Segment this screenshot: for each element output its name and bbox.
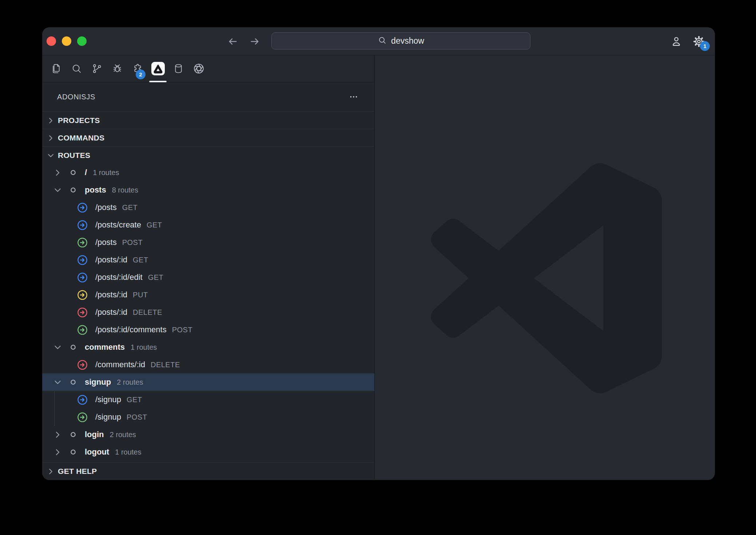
activity-extensions-button[interactable]: 2 — [127, 55, 148, 82]
chevron-right-icon — [53, 430, 62, 439]
route-method: POST — [172, 326, 192, 334]
route-path: /posts/:id/comments — [95, 325, 167, 334]
route-item[interactable]: /posts/:id/edit GET — [42, 269, 374, 286]
get-route-icon — [77, 395, 88, 405]
put-route-icon — [77, 290, 88, 300]
chevron-right-icon — [47, 467, 55, 475]
delete-route-icon — [77, 360, 88, 370]
route-item[interactable]: /posts POST — [42, 234, 374, 251]
database-icon — [173, 63, 184, 74]
get-route-icon — [77, 202, 88, 213]
section-label: GET HELP — [58, 467, 97, 476]
route-path: /comments/:id — [95, 360, 145, 369]
get-route-icon — [77, 220, 88, 230]
activity-openai-button[interactable] — [188, 55, 209, 82]
section-commands[interactable]: COMMANDS — [42, 129, 374, 146]
adonisjs-icon — [151, 62, 165, 75]
route-item[interactable]: /posts/:id DELETE — [42, 304, 374, 321]
route-group-icon — [70, 431, 76, 438]
section-routes[interactable]: ROUTES — [42, 146, 374, 164]
route-item[interactable]: /posts/create GET — [42, 216, 374, 234]
search-icon — [71, 63, 82, 74]
close-window-button[interactable] — [47, 36, 56, 46]
traffic-lights — [47, 36, 87, 46]
group-count: 8 routes — [112, 186, 138, 194]
route-path: /posts/:id — [95, 255, 127, 265]
group-count: 1 routes — [93, 169, 119, 177]
activity-adonisjs-button[interactable] — [148, 55, 168, 82]
minimize-window-button[interactable] — [62, 36, 71, 46]
route-path: /posts/create — [95, 220, 141, 230]
maximize-window-button[interactable] — [77, 36, 87, 46]
route-group-icon — [70, 449, 76, 455]
activity-database-button[interactable] — [168, 55, 188, 82]
extensions-badge: 2 — [136, 70, 146, 79]
get-route-icon — [77, 272, 88, 283]
route-path: /posts/:id — [95, 290, 127, 300]
bug-icon — [112, 63, 123, 74]
group-name: posts — [85, 185, 106, 195]
navigate-back-icon[interactable] — [227, 36, 239, 47]
settings-button[interactable]: 1 — [692, 34, 706, 49]
route-path: /posts/:id — [95, 308, 127, 317]
route-item[interactable]: /signup GET — [42, 391, 374, 408]
account-button[interactable] — [669, 34, 684, 49]
activity-source-control-button[interactable] — [87, 55, 107, 82]
sidebar-header: ADONISJS — [42, 82, 374, 111]
chevron-right-icon — [47, 134, 55, 142]
sidebar: 2 — [42, 55, 375, 480]
settings-badge: 1 — [700, 41, 710, 51]
route-item[interactable]: /signup POST — [42, 408, 374, 426]
openai-icon — [193, 63, 204, 74]
route-item[interactable]: /comments/:id DELETE — [42, 356, 374, 373]
route-path: /posts/:id/edit — [95, 273, 143, 282]
command-center-search[interactable]: devshow — [271, 32, 530, 49]
files-icon — [51, 63, 62, 74]
section-projects[interactable]: PROJECTS — [42, 111, 374, 129]
section-label: PROJECTS — [58, 116, 100, 125]
group-count: 2 routes — [117, 378, 143, 387]
route-group-icon — [70, 379, 76, 385]
account-icon — [670, 35, 683, 48]
sidebar-title: ADONISJS — [57, 93, 349, 101]
route-method: POST — [122, 238, 143, 247]
navigate-forward-icon[interactable] — [249, 36, 260, 47]
route-method: GET — [127, 396, 142, 404]
route-path: /posts — [95, 203, 117, 212]
chevron-down-icon — [53, 186, 62, 194]
activity-bar: 2 — [42, 55, 374, 82]
route-path: /posts — [95, 238, 117, 247]
activity-explorer-button[interactable] — [46, 55, 66, 82]
group-count: 1 routes — [131, 343, 157, 352]
source-control-icon — [91, 63, 103, 74]
route-group-signup[interactable]: signup 2 routes — [42, 373, 374, 391]
route-group-posts[interactable]: posts 8 routes — [42, 181, 374, 199]
activity-search-button[interactable] — [66, 55, 87, 82]
route-group-logout[interactable]: logout 1 routes — [42, 443, 374, 461]
route-method: POST — [127, 413, 147, 421]
route-group-icon — [70, 187, 76, 193]
route-group-root[interactable]: / 1 routes — [42, 164, 374, 181]
group-name: login — [85, 430, 104, 439]
chevron-down-icon — [47, 151, 55, 159]
get-route-icon — [77, 255, 88, 265]
more-actions-icon[interactable] — [349, 92, 358, 102]
route-group-login[interactable]: login 2 routes — [42, 426, 374, 443]
route-item[interactable]: /posts/:id GET — [42, 251, 374, 269]
titlebar: devshow 1 — [42, 27, 715, 55]
section-label: ROUTES — [58, 151, 90, 160]
route-group-comments[interactable]: comments 1 routes — [42, 338, 374, 356]
route-item[interactable]: /posts/:id/comments POST — [42, 321, 374, 338]
section-label: COMMANDS — [58, 134, 104, 142]
vscode-window: devshow 1 — [42, 27, 715, 480]
route-item[interactable]: /posts/:id PUT — [42, 286, 374, 304]
section-get-help[interactable]: GET HELP — [42, 462, 374, 480]
route-method: DELETE — [151, 361, 180, 369]
search-icon — [378, 36, 387, 46]
route-method: GET — [148, 273, 164, 282]
post-route-icon — [77, 237, 88, 248]
route-item[interactable]: /posts GET — [42, 199, 374, 216]
post-route-icon — [77, 412, 88, 423]
activity-debug-button[interactable] — [107, 55, 127, 82]
route-group-icon — [70, 344, 76, 350]
